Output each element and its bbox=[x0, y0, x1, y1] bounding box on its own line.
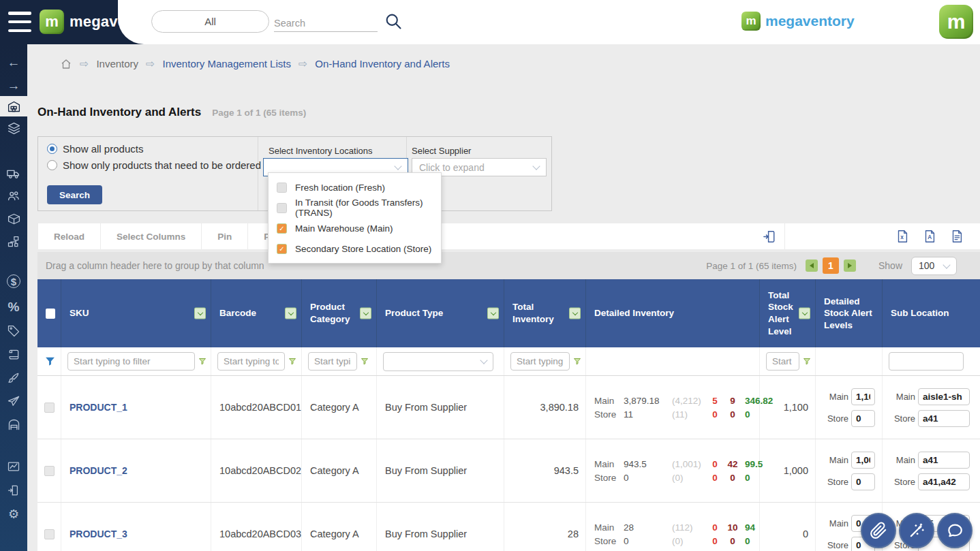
sidebar-item-settings-gear-icon[interactable]: ⚙ bbox=[0, 504, 27, 524]
breadcrumb-arrow-icon: ⇨ bbox=[146, 57, 155, 70]
export-excel-icon[interactable]: x bbox=[889, 229, 916, 244]
sidebar-item-layers[interactable] bbox=[0, 118, 27, 138]
column-dropdown-icon[interactable] bbox=[569, 308, 581, 319]
sidebar-item-box[interactable] bbox=[0, 208, 27, 229]
sidebar-item-scroll[interactable] bbox=[0, 345, 27, 365]
filter-sku-input[interactable] bbox=[67, 352, 195, 371]
attachment-paperclip-button[interactable] bbox=[861, 513, 896, 548]
column-header-barcode[interactable]: Barcode bbox=[211, 279, 302, 347]
hamburger-menu-icon[interactable] bbox=[8, 12, 31, 32]
current-page-button[interactable]: 1 bbox=[823, 257, 839, 274]
checkbox-icon[interactable]: ✓ bbox=[277, 244, 287, 254]
sidebar-item-dollar[interactable]: $ bbox=[0, 271, 27, 292]
sidebar-item-garage[interactable] bbox=[0, 414, 27, 435]
radio-icon-selected[interactable] bbox=[47, 144, 57, 154]
reload-button[interactable]: Reload bbox=[37, 223, 101, 249]
column-dropdown-icon[interactable] bbox=[194, 308, 206, 319]
column-dropdown-icon[interactable] bbox=[285, 308, 296, 319]
radio-show-all-products[interactable]: Show all products bbox=[47, 143, 143, 155]
radio-icon[interactable] bbox=[47, 160, 57, 170]
sub-location-input[interactable] bbox=[918, 388, 970, 405]
pin-button[interactable]: Pin bbox=[202, 223, 248, 249]
column-header-product_category[interactable]: Product Category bbox=[302, 279, 377, 347]
filter-category-input[interactable] bbox=[308, 352, 357, 371]
chat-bubble-button[interactable] bbox=[937, 513, 973, 548]
column-header-total_stock_alert_level[interactable]: Total Stock Alert Level bbox=[760, 279, 816, 347]
row-checkbox[interactable] bbox=[44, 403, 55, 413]
sidebar-item-people[interactable] bbox=[0, 186, 27, 206]
column-header-select[interactable] bbox=[37, 279, 61, 347]
location-option-fresh[interactable]: Fresh location (Fresh) bbox=[269, 177, 441, 198]
export-doc-icon[interactable] bbox=[943, 229, 970, 244]
sidebar-item-area-chart[interactable] bbox=[0, 456, 27, 477]
filter-alert-level-input[interactable] bbox=[766, 352, 799, 371]
column-header-sub_location[interactable]: Sub Location bbox=[883, 279, 980, 347]
column-header-product_type[interactable]: Product Type bbox=[377, 279, 504, 347]
search-button[interactable]: Search bbox=[47, 185, 102, 204]
column-dropdown-icon[interactable] bbox=[487, 308, 499, 319]
alert-level-input[interactable] bbox=[851, 452, 875, 469]
forward-arrow-icon[interactable]: → bbox=[0, 76, 27, 96]
sidebar-item-paintbrush[interactable] bbox=[0, 368, 27, 388]
filter-product-type-select[interactable] bbox=[383, 352, 493, 371]
filter-total-inventory-input[interactable] bbox=[510, 352, 570, 371]
alert-level-input[interactable] bbox=[851, 410, 875, 427]
row-checkbox[interactable] bbox=[44, 466, 55, 476]
mini-funnel-icon bbox=[288, 357, 296, 366]
filter-sub-location-input[interactable] bbox=[889, 352, 964, 371]
column-dropdown-icon[interactable] bbox=[799, 308, 810, 319]
radio-show-only-reorder[interactable]: Show only products that need to be order… bbox=[47, 159, 277, 171]
filter-barcode-input[interactable] bbox=[217, 352, 285, 371]
location-option-main-warehouse[interactable]: ✓ Main Warehouse (Main) bbox=[269, 218, 441, 238]
page-size-select[interactable]: 100 bbox=[911, 257, 957, 275]
filter-empty-cell bbox=[816, 347, 883, 375]
sidebar-item-truck[interactable] bbox=[0, 163, 27, 184]
column-header-detailed_inventory[interactable]: Detailed Inventory bbox=[586, 279, 760, 347]
magic-wand-button[interactable] bbox=[899, 513, 934, 548]
breadcrumb-on-hand-inventory[interactable]: On-Hand Inventory and Alerts bbox=[315, 58, 450, 69]
import-export-icon[interactable] bbox=[756, 229, 783, 245]
alert-level-input[interactable] bbox=[851, 473, 875, 490]
next-page-button[interactable] bbox=[844, 259, 856, 272]
detailed-inventory-cell: Main28(112)01094 Store0(0)000 bbox=[586, 503, 760, 551]
product-link[interactable]: PRODUCT_3 bbox=[70, 529, 127, 539]
global-search-input[interactable] bbox=[274, 14, 378, 32]
column-header-sku[interactable]: SKU bbox=[61, 279, 211, 347]
select-all-checkbox[interactable] bbox=[46, 309, 55, 319]
sidebar-item-warehouse[interactable] bbox=[0, 96, 27, 116]
megaventory-logo[interactable]: m megaventory bbox=[40, 10, 164, 34]
export-pdf-icon[interactable]: A bbox=[916, 229, 943, 244]
breadcrumb-inventory[interactable]: Inventory bbox=[96, 58, 138, 69]
select-columns-button[interactable]: Select Columns bbox=[101, 223, 202, 249]
sub-location-input[interactable] bbox=[918, 473, 970, 490]
product-link[interactable]: PRODUCT_1 bbox=[70, 402, 127, 413]
product-link[interactable]: PRODUCT_2 bbox=[70, 465, 127, 476]
search-icon[interactable] bbox=[384, 12, 403, 33]
search-scope-selector[interactable]: All bbox=[151, 10, 269, 33]
alert-level-input[interactable] bbox=[851, 388, 875, 405]
home-icon[interactable] bbox=[60, 58, 72, 70]
column-header-detailed_stock_alert_levels[interactable]: Detailed Stock Alert Levels bbox=[816, 279, 883, 347]
column-dropdown-icon[interactable] bbox=[360, 308, 371, 319]
location-option-in-transit[interactable]: In Transit (for Goods Transfers) (TRANS) bbox=[269, 198, 441, 218]
row-checkbox[interactable] bbox=[44, 529, 55, 539]
prev-page-button[interactable] bbox=[806, 259, 818, 272]
sub-location-input[interactable] bbox=[918, 452, 970, 469]
sub-location-input[interactable] bbox=[918, 410, 970, 427]
back-arrow-icon[interactable]: ← bbox=[0, 52, 27, 73]
column-header-total_inventory[interactable]: Total Inventory bbox=[504, 279, 586, 347]
filter-funnel-cell[interactable] bbox=[37, 347, 61, 375]
checkbox-icon[interactable]: ✓ bbox=[277, 223, 287, 234]
checkbox-icon[interactable] bbox=[277, 183, 287, 193]
account-brand-cube-icon[interactable]: m bbox=[939, 5, 973, 39]
sidebar-item-paper-plane[interactable] bbox=[0, 391, 27, 411]
sidebar-item-import-document[interactable] bbox=[0, 480, 27, 501]
sidebar-item-percent[interactable]: % bbox=[0, 297, 27, 317]
sidebar-item-tag[interactable] bbox=[0, 321, 27, 341]
breadcrumb-inventory-management-lists[interactable]: Inventory Management Lists bbox=[163, 58, 291, 69]
checkbox-icon[interactable] bbox=[277, 203, 287, 213]
sidebar-item-network[interactable] bbox=[0, 232, 27, 252]
column-label: Product Type bbox=[385, 307, 443, 319]
location-option-secondary-store[interactable]: ✓ Secondary Store Location (Store) bbox=[269, 238, 441, 259]
pagination-info: Page 1 of 1 (65 items) bbox=[706, 261, 797, 271]
